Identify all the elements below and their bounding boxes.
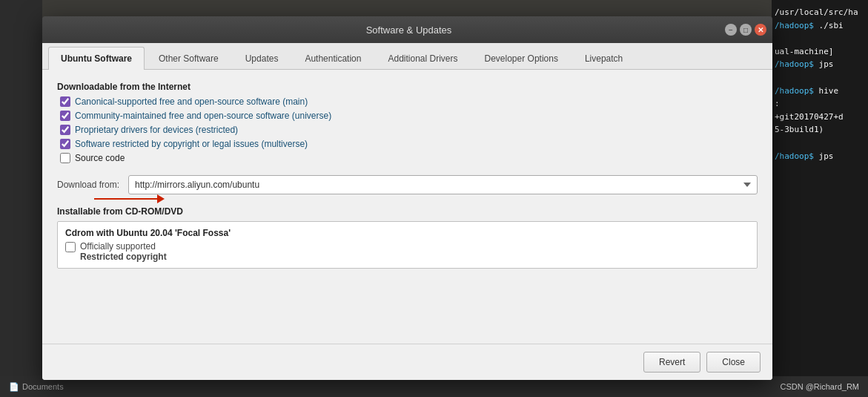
checkbox-multiverse[interactable]: Software restricted by copyright or lega… xyxy=(60,139,758,149)
internet-section: Downloadable from the Internet Canonical… xyxy=(57,82,758,163)
download-label: Download from: xyxy=(57,180,119,190)
revert-button[interactable]: Revert xyxy=(643,352,700,373)
maximize-button[interactable]: □ xyxy=(740,24,752,36)
checkbox-multiverse-label: Software restricted by copyright or lega… xyxy=(75,139,308,149)
documents-label: Documents xyxy=(22,382,64,391)
cdrom-sub-labels: Officially supported Restricted copyrigh… xyxy=(80,241,167,262)
tab-developer-options[interactable]: Developer Options xyxy=(472,47,571,70)
terminal-panel: /usr/local/src/ha /hadoop$ ./sbi ual-mac… xyxy=(772,0,868,397)
checkbox-universe-label: Community-maintained free and open-sourc… xyxy=(75,111,331,121)
desktop-sidebar xyxy=(0,0,42,397)
checkbox-universe[interactable]: Community-maintained free and open-sourc… xyxy=(60,111,758,121)
checkbox-universe-input[interactable] xyxy=(60,111,70,121)
checkbox-restricted-input[interactable] xyxy=(60,125,70,135)
checkbox-main-label: Canonical-supported free and open-source… xyxy=(75,96,308,107)
tab-livepatch[interactable]: Livepatch xyxy=(572,47,635,70)
software-updates-dialog: Software & Updates − □ ✕ Ubuntu Software… xyxy=(42,16,772,380)
cdrom-box: Cdrom with Ubuntu 20.04 'Focal Fossa' Of… xyxy=(57,221,758,269)
checkbox-main[interactable]: Canonical-supported free and open-source… xyxy=(60,96,758,107)
documents-icon: 📄 xyxy=(9,382,19,392)
terminal-content: /usr/local/src/ha /hadoop$ ./sbi ual-mac… xyxy=(772,0,868,168)
checkbox-restricted[interactable]: Proprietary drivers for devices (restric… xyxy=(60,125,758,135)
cdrom-checkbox-item[interactable]: Officially supported Restricted copyrigh… xyxy=(65,241,749,262)
window-controls: − □ ✕ xyxy=(725,24,766,36)
close-window-button[interactable]: ✕ xyxy=(755,24,766,36)
cdrom-title: Cdrom with Ubuntu 20.04 'Focal Fossa' xyxy=(65,228,749,238)
dialog-body: Ubuntu Software Other Software Updates A… xyxy=(42,43,772,380)
checkbox-source-label: Source code xyxy=(75,153,125,163)
checkbox-source[interactable]: Source code xyxy=(60,153,758,163)
dialog-footer: Revert Close xyxy=(42,344,772,380)
download-row: Download from: http://mirrors.aliyun.com… xyxy=(57,175,758,194)
tab-bar: Ubuntu Software Other Software Updates A… xyxy=(42,43,772,70)
tab-other-software[interactable]: Other Software xyxy=(146,47,231,70)
title-bar: Software & Updates − □ ✕ xyxy=(42,16,772,43)
cdrom-copyright-label: Restricted copyright xyxy=(80,252,167,262)
checkbox-restricted-label: Proprietary drivers for devices (restric… xyxy=(75,125,238,135)
download-select[interactable]: http://mirrors.aliyun.com/ubuntu xyxy=(128,175,758,194)
tab-authentication[interactable]: Authentication xyxy=(292,47,374,70)
arrow-line xyxy=(94,198,157,200)
cdrom-section: Installable from CD-ROM/DVD Cdrom with U… xyxy=(57,206,758,269)
checkbox-multiverse-input[interactable] xyxy=(60,139,70,149)
download-section: Download from: http://mirrors.aliyun.com… xyxy=(57,172,758,194)
arrow-head xyxy=(157,194,165,203)
close-button[interactable]: Close xyxy=(706,352,761,373)
cdrom-supported-label: Officially supported xyxy=(80,241,167,252)
dialog-title: Software & Updates xyxy=(93,24,725,36)
checkbox-source-input[interactable] xyxy=(60,153,70,163)
tab-additional-drivers[interactable]: Additional Drivers xyxy=(375,47,470,70)
red-arrow-annotation xyxy=(94,194,165,203)
main-panel: Downloadable from the Internet Canonical… xyxy=(42,70,772,344)
internet-section-title: Downloadable from the Internet xyxy=(57,82,758,92)
checkbox-main-input[interactable] xyxy=(60,96,70,107)
tab-ubuntu-software[interactable]: Ubuntu Software xyxy=(48,47,145,70)
minimize-button[interactable]: − xyxy=(725,24,737,36)
tab-updates[interactable]: Updates xyxy=(233,47,291,70)
taskbar-watermark: CSDN @Richard_RM xyxy=(780,382,859,391)
checkbox-group: Canonical-supported free and open-source… xyxy=(60,96,758,163)
taskbar-documents[interactable]: 📄 Documents xyxy=(9,382,64,392)
cdrom-section-title: Installable from CD-ROM/DVD xyxy=(57,206,758,217)
cdrom-checkbox-input[interactable] xyxy=(65,242,76,252)
